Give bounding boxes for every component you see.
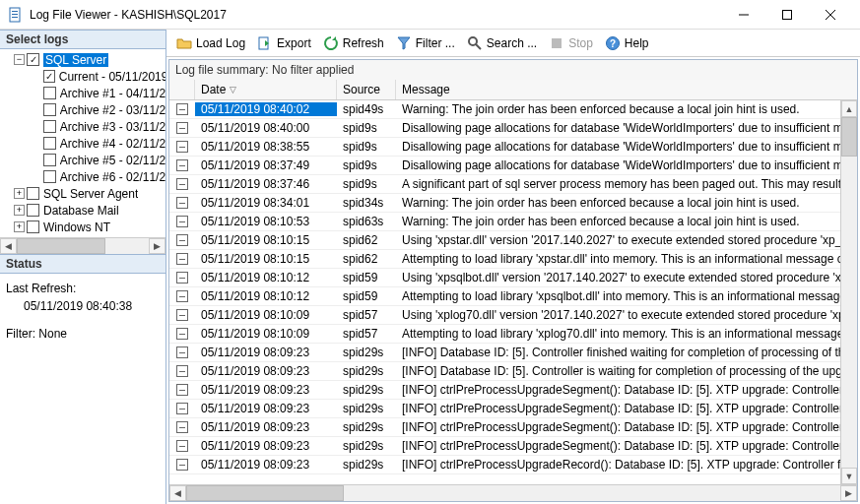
tree-row-archive[interactable]: Archive #4 - 02/11/20: [0, 135, 165, 152]
col-date[interactable]: Date ▽: [195, 80, 337, 99]
tree-label: SQL Server: [43, 53, 108, 67]
table-row[interactable]: 05/11/2019 08:40:02spid49sWarning: The j…: [169, 100, 857, 119]
scroll-down-icon[interactable]: ▼: [841, 468, 857, 484]
stop-icon: [549, 35, 564, 51]
cell-source: spid49s: [337, 102, 396, 116]
tree-label: Archive #3 - 03/11/20: [60, 120, 165, 134]
checkbox[interactable]: [43, 87, 55, 99]
spacer: [32, 104, 41, 115]
checkbox[interactable]: ✓: [27, 53, 39, 66]
checkbox[interactable]: [27, 187, 39, 200]
tree-row-archive[interactable]: ✓Current - 05/11/2019 0: [0, 68, 165, 85]
cell-message: Attempting to load library 'xplog70.dll'…: [396, 327, 857, 341]
table-row[interactable]: 05/11/2019 08:09:23spid29s[INFO] ctrlPre…: [169, 418, 857, 437]
close-button[interactable]: [809, 0, 852, 30]
grid-area: Log file summary: No filter applied Date…: [168, 59, 858, 502]
checkbox[interactable]: [43, 137, 55, 150]
tree-row-archive[interactable]: Archive #2 - 03/11/20: [0, 101, 165, 118]
scroll-up-icon[interactable]: ▲: [841, 100, 857, 117]
tree-hscroll[interactable]: ◀ ▶: [0, 237, 165, 254]
stop-button[interactable]: Stop: [545, 33, 597, 53]
table-row[interactable]: 05/11/2019 08:40:00spid9sDisallowing pag…: [169, 119, 857, 138]
checkbox[interactable]: [43, 103, 55, 116]
col-icon[interactable]: [169, 80, 195, 99]
table-row[interactable]: 05/11/2019 08:10:09spid57Attempting to l…: [169, 325, 857, 344]
scroll-thumb[interactable]: [841, 117, 857, 157]
tree-row-sqlserver[interactable]: − ✓ SQL Server: [0, 51, 165, 68]
minimize-button[interactable]: [722, 0, 765, 30]
table-row[interactable]: 05/11/2019 08:34:01spid34sWarning: The j…: [169, 194, 857, 213]
tree-row-sibling[interactable]: +SQL Server Agent: [0, 185, 165, 202]
svg-point-9: [469, 37, 477, 45]
table-row[interactable]: 05/11/2019 08:10:15spid62Attempting to l…: [169, 250, 857, 269]
filter-button[interactable]: Filter ...: [392, 33, 459, 53]
grid-vscroll[interactable]: ▲ ▼: [840, 100, 857, 484]
export-button[interactable]: Export: [253, 33, 315, 53]
right-pane: Load Log Export Refresh Filter ... Searc…: [166, 30, 860, 504]
load-log-button[interactable]: Load Log: [172, 33, 249, 53]
search-button[interactable]: Search ...: [463, 33, 541, 53]
expand-icon[interactable]: +: [14, 221, 25, 232]
tree-row-archive[interactable]: Archive #5 - 02/11/20: [0, 152, 165, 168]
cell-source: spid29s: [337, 402, 396, 415]
col-message[interactable]: Message: [396, 80, 857, 99]
scroll-right-icon[interactable]: ▶: [149, 238, 165, 254]
status-block: Last Refresh: 05/11/2019 08:40:38 Filter…: [0, 274, 165, 348]
table-row[interactable]: 05/11/2019 08:38:55spid9sDisallowing pag…: [169, 138, 857, 157]
tree-row-sibling[interactable]: +Windows NT: [0, 219, 165, 235]
tree-row-archive[interactable]: Archive #3 - 03/11/20: [0, 118, 165, 135]
log-entry-icon: [176, 178, 188, 190]
scroll-left-icon[interactable]: ◀: [169, 485, 186, 501]
help-button[interactable]: ? Help: [601, 33, 653, 53]
expand-icon[interactable]: +: [14, 205, 25, 216]
scroll-thumb[interactable]: [17, 238, 105, 254]
cell-date: 05/11/2019 08:09:23: [195, 346, 337, 359]
log-entry-icon: [176, 159, 188, 171]
scroll-right-icon[interactable]: ▶: [840, 485, 857, 501]
table-row[interactable]: 05/11/2019 08:10:12spid59Using 'xpsqlbot…: [169, 269, 857, 287]
table-row[interactable]: 05/11/2019 08:10:53spid63sWarning: The j…: [169, 213, 857, 231]
checkbox[interactable]: [27, 220, 39, 233]
scroll-left-icon[interactable]: ◀: [0, 238, 17, 254]
cell-message: Attempting to load library 'xpsqlbot.dll…: [396, 289, 857, 303]
cell-date: 05/11/2019 08:10:09: [195, 308, 337, 322]
last-refresh-value: 05/11/2019 08:40:38: [6, 299, 160, 313]
checkbox[interactable]: [43, 170, 55, 183]
table-row[interactable]: 05/11/2019 08:09:23spid29s[INFO] ctrlPre…: [169, 437, 857, 456]
table-row[interactable]: 05/11/2019 08:10:09spid57Using 'xplog70.…: [169, 306, 857, 325]
expand-icon[interactable]: +: [14, 188, 25, 199]
log-entry-icon: [176, 141, 188, 153]
log-entry-icon: [176, 440, 188, 452]
refresh-button[interactable]: Refresh: [319, 33, 388, 53]
table-row[interactable]: 05/11/2019 08:09:23spid29s[INFO] ctrlPre…: [169, 400, 857, 418]
table-row[interactable]: 05/11/2019 08:37:49spid9sDisallowing pag…: [169, 157, 857, 175]
toolbar-label: Export: [277, 36, 311, 50]
scroll-thumb[interactable]: [186, 485, 344, 501]
table-row[interactable]: 05/11/2019 08:09:23spid29s[INFO] Databas…: [169, 362, 857, 381]
tree-row-sibling[interactable]: +Database Mail: [0, 202, 165, 219]
row-icon-cell: [169, 309, 195, 321]
tree-row-archive[interactable]: Archive #1 - 04/11/20: [0, 85, 165, 101]
table-row[interactable]: 05/11/2019 08:10:12spid59Attempting to l…: [169, 287, 857, 306]
grid-hscroll[interactable]: ◀ ▶: [169, 484, 857, 501]
checkbox[interactable]: [43, 120, 55, 133]
toolbar-label: Help: [625, 36, 649, 50]
checkbox[interactable]: [27, 204, 39, 217]
table-row[interactable]: 05/11/2019 08:37:46spid9sA significant p…: [169, 175, 857, 194]
collapse-icon[interactable]: −: [14, 54, 25, 65]
maximize-button[interactable]: [765, 0, 809, 30]
checkbox[interactable]: [43, 154, 55, 166]
cell-source: spid29s: [337, 420, 396, 434]
cell-message: Disallowing page allocations for databas…: [396, 158, 857, 172]
table-row[interactable]: 05/11/2019 08:10:15spid62Using 'xpstar.d…: [169, 231, 857, 250]
table-row[interactable]: 05/11/2019 08:09:23spid29s[INFO] ctrlPre…: [169, 381, 857, 400]
cell-message: [INFO] ctrlPreProcessUpgradeRecord(): Da…: [396, 458, 857, 472]
checkbox[interactable]: ✓: [43, 70, 55, 83]
table-row[interactable]: 05/11/2019 08:09:23spid29s[INFO] Databas…: [169, 344, 857, 362]
col-source[interactable]: Source: [337, 80, 396, 99]
grid-body: 05/11/2019 08:40:02spid49sWarning: The j…: [169, 100, 857, 484]
tree-row-archive[interactable]: Archive #6 - 02/11/20: [0, 168, 165, 185]
table-row[interactable]: 05/11/2019 08:09:23spid29s[INFO] ctrlPre…: [169, 456, 857, 474]
row-icon-cell: [169, 328, 195, 340]
toolbar-label: Filter ...: [416, 36, 455, 50]
